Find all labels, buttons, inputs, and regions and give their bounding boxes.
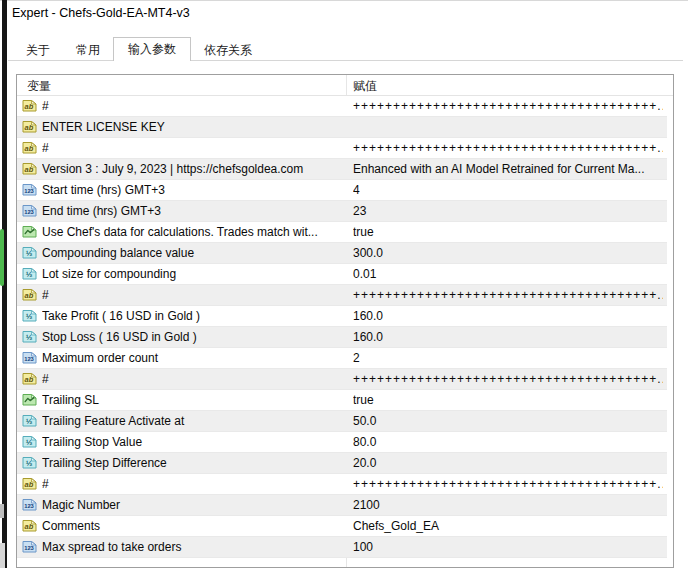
param-value[interactable]: ++++++++++++++++++++++++++++++++++++++..…: [353, 99, 663, 114]
param-label: Version 3 : July 9, 2023 | https://chefs…: [42, 162, 342, 177]
svg-text:123: 123: [24, 503, 34, 509]
svg-text:½: ½: [26, 249, 33, 258]
svg-text:ab: ab: [25, 123, 34, 132]
param-row[interactable]: 123Start time (hrs) GMT+34: [17, 180, 667, 201]
tab-common[interactable]: 常用: [63, 40, 113, 61]
string-icon: ab: [22, 141, 37, 154]
table-body: ab#+++++++++++++++++++++++++++++++++++++…: [17, 96, 673, 558]
param-value[interactable]: 23: [353, 204, 663, 219]
param-value[interactable]: 300.0: [353, 246, 663, 261]
expert-properties-dialog: { "window": { "title": "Expert - Chefs-G…: [0, 0, 688, 568]
param-label: Comments: [42, 519, 342, 534]
param-row[interactable]: ½Lot size for compounding0.01: [17, 264, 667, 285]
svg-text:123: 123: [24, 209, 34, 215]
table-header-row: 变量 赋值: [17, 75, 673, 96]
param-row[interactable]: Trailing SLtrue: [17, 390, 667, 411]
param-row[interactable]: ab#+++++++++++++++++++++++++++++++++++++…: [17, 96, 667, 117]
param-row[interactable]: 123End time (hrs) GMT+323: [17, 201, 667, 222]
string-icon: ab: [22, 477, 37, 490]
param-label: #: [42, 141, 342, 156]
dialog-title: Expert - Chefs-Gold-EA-MT4-v3: [12, 6, 190, 20]
param-row[interactable]: 123Max spread to take orders100: [17, 537, 667, 558]
param-row[interactable]: ½Trailing Step Difference20.0: [17, 453, 667, 474]
svg-text:ab: ab: [25, 480, 34, 489]
string-icon: ab: [22, 372, 37, 385]
param-row[interactable]: ab#+++++++++++++++++++++++++++++++++++++…: [17, 138, 667, 159]
param-value[interactable]: [353, 120, 663, 135]
param-row[interactable]: abENTER LICENSE KEY: [17, 117, 667, 138]
param-value[interactable]: 80.0: [353, 435, 663, 450]
param-value[interactable]: 160.0: [353, 330, 663, 345]
param-value[interactable]: ++++++++++++++++++++++++++++++++++++++..…: [353, 141, 663, 156]
svg-text:ab: ab: [25, 165, 34, 174]
param-label: #: [42, 477, 342, 492]
param-value[interactable]: true: [353, 225, 663, 240]
param-row[interactable]: abVersion 3 : July 9, 2023 | https://che…: [17, 159, 667, 180]
svg-text:ab: ab: [25, 291, 34, 300]
param-label: Compounding balance value: [42, 246, 342, 261]
window-top-border: [0, 0, 688, 1]
param-value[interactable]: 2: [353, 351, 663, 366]
param-value[interactable]: 160.0: [353, 309, 663, 324]
desktop-edge-fragment: [0, 504, 4, 518]
param-value[interactable]: ++++++++++++++++++++++++++++++++++++++..…: [353, 477, 663, 492]
param-row[interactable]: ab#+++++++++++++++++++++++++++++++++++++…: [17, 285, 667, 306]
param-label: #: [42, 99, 342, 114]
param-row[interactable]: ½Trailing Feature Activate at50.0: [17, 411, 667, 432]
param-label: Lot size for compounding: [42, 267, 342, 282]
param-row[interactable]: 123Maximum order count2: [17, 348, 667, 369]
string-icon: ab: [22, 519, 37, 532]
param-row[interactable]: Use Chef's data for calculations. Trades…: [17, 222, 667, 243]
bool-icon: [22, 393, 37, 406]
param-label: Take Profit ( 16 USD in Gold ): [42, 309, 342, 324]
param-value[interactable]: Chefs_Gold_EA: [353, 519, 663, 534]
param-value[interactable]: ++++++++++++++++++++++++++++++++++++++..…: [353, 372, 663, 387]
svg-text:½: ½: [26, 438, 33, 447]
parameters-table: 变量 赋值 ab#+++++++++++++++++++++++++++++++…: [16, 74, 674, 568]
param-row[interactable]: ½Trailing Stop Value80.0: [17, 432, 667, 453]
svg-text:½: ½: [26, 312, 33, 321]
param-row[interactable]: ½Stop Loss ( 16 USD in Gold )160.0: [17, 327, 667, 348]
svg-text:½: ½: [26, 459, 33, 468]
integer-icon: 123: [22, 540, 37, 553]
double-icon: ½: [22, 435, 37, 448]
param-label: Magic Number: [42, 498, 342, 513]
param-label: Trailing Feature Activate at: [42, 414, 342, 429]
param-value[interactable]: 50.0: [353, 414, 663, 429]
string-icon: ab: [22, 120, 37, 133]
param-value[interactable]: 20.0: [353, 456, 663, 471]
integer-icon: 123: [22, 183, 37, 196]
param-row[interactable]: abCommentsChefs_Gold_EA: [17, 516, 667, 537]
param-value[interactable]: 0.01: [353, 267, 663, 282]
param-value[interactable]: 100: [353, 540, 663, 555]
param-row[interactable]: ½Compounding balance value300.0: [17, 243, 667, 264]
param-value[interactable]: 2100: [353, 498, 663, 513]
tab-input-parameters[interactable]: 输入参数: [113, 37, 191, 61]
param-value[interactable]: true: [353, 393, 663, 408]
param-row[interactable]: ab#+++++++++++++++++++++++++++++++++++++…: [17, 369, 667, 390]
double-icon: ½: [22, 309, 37, 322]
param-row[interactable]: 123Magic Number2100: [17, 495, 667, 516]
svg-text:½: ½: [26, 417, 33, 426]
svg-text:ab: ab: [25, 144, 34, 153]
param-label: #: [42, 288, 342, 303]
param-value[interactable]: 4: [353, 183, 663, 198]
svg-text:½: ½: [26, 270, 33, 279]
svg-text:½: ½: [26, 333, 33, 342]
svg-text:ab: ab: [25, 522, 34, 531]
tab-dependencies[interactable]: 依存关系: [191, 40, 265, 61]
param-label: Start time (hrs) GMT+3: [42, 183, 342, 198]
string-icon: ab: [22, 288, 37, 301]
param-label: Max spread to take orders: [42, 540, 342, 555]
param-row[interactable]: ab#+++++++++++++++++++++++++++++++++++++…: [17, 474, 667, 495]
integer-icon: 123: [22, 204, 37, 217]
param-label: Trailing Step Difference: [42, 456, 342, 471]
param-label: Stop Loss ( 16 USD in Gold ): [42, 330, 342, 345]
param-label: Use Chef's data for calculations. Trades…: [42, 225, 342, 240]
param-row[interactable]: ½Take Profit ( 16 USD in Gold )160.0: [17, 306, 667, 327]
param-value[interactable]: Enhanced with an AI Model Retrained for …: [353, 162, 663, 177]
tab-about[interactable]: 关于: [13, 40, 63, 61]
param-value[interactable]: ++++++++++++++++++++++++++++++++++++++..…: [353, 288, 663, 303]
svg-text:ab: ab: [25, 375, 34, 384]
string-icon: ab: [22, 99, 37, 112]
